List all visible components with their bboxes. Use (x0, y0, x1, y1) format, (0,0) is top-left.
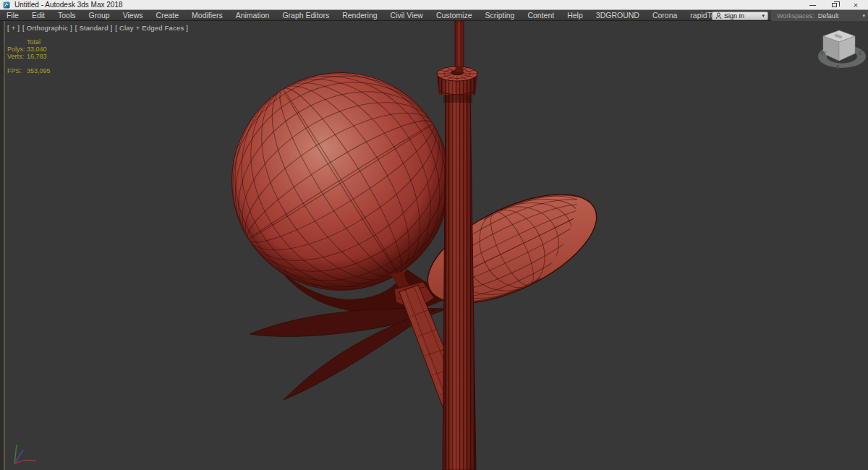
menu-corona[interactable]: Corona (646, 10, 684, 21)
model-rod-top[interactable] (455, 21, 464, 70)
active-viewport-border (4, 21, 5, 470)
viewcube-cube[interactable] (823, 30, 855, 61)
viewport-menu-pov[interactable]: [ Orthographic ] (22, 24, 72, 32)
minimize-icon (809, 5, 816, 6)
viewport-menu-lighting[interactable]: [ Standard ] (75, 24, 113, 32)
stats-header: Total (27, 38, 41, 46)
workspaces-label: Workspaces: (777, 12, 814, 20)
menu-edit[interactable]: Edit (25, 10, 51, 21)
menu-modifiers[interactable]: Modifiers (185, 10, 229, 21)
polys-value: 33,040 (27, 46, 47, 53)
viewcube-letter-south[interactable]: S (836, 64, 840, 69)
menu-3dground[interactable]: 3DGROUND (590, 10, 646, 21)
viewport-menu-shading[interactable]: [ Clay + Edged Faces ] (115, 24, 188, 32)
axis-x-red (14, 461, 36, 463)
viewcube-letter-east[interactable]: E (859, 51, 862, 56)
app-logo-icon (3, 1, 10, 9)
workspaces-value: Default (818, 12, 863, 20)
menu-rendering[interactable]: Rendering (336, 10, 383, 21)
minimize-button[interactable] (801, 0, 823, 10)
menu-animation[interactable]: Animation (229, 10, 276, 21)
fps-value: 353,095 (27, 67, 51, 74)
world-axis-icon (9, 441, 45, 470)
verts-label: Verts: (7, 53, 27, 60)
close-button[interactable]: × (845, 0, 867, 10)
close-icon: × (854, 1, 858, 9)
window-title: Untitled - Autodesk 3ds Max 2018 (14, 0, 123, 10)
menu-content[interactable]: Content (521, 10, 561, 21)
3ds-max-window: Untitled - Autodesk 3ds Max 2018 × File … (0, 0, 868, 470)
menu-graph-editors[interactable]: Graph Editors (276, 10, 336, 21)
window-titlebar: Untitled - Autodesk 3ds Max 2018 × (0, 0, 868, 10)
menu-scripting[interactable]: Scripting (479, 10, 522, 21)
menu-group[interactable]: Group (82, 10, 116, 21)
menu-customize[interactable]: Customize (430, 10, 479, 21)
menu-views[interactable]: Views (116, 10, 150, 21)
statistics-overlay: Total Polys:33,040 Verts:16,783 FPS:353,… (7, 38, 51, 74)
viewcube-letter-west[interactable]: W (821, 51, 826, 56)
verts-value: 16,783 (27, 53, 47, 60)
viewport-label: [ + ] [ Orthographic ] [ Standard ] [ Cl… (7, 24, 188, 32)
sign-in-label: Sign In (724, 12, 760, 20)
fps-label: FPS: (7, 67, 27, 74)
stats-header-row: Total (7, 38, 51, 46)
polys-label: Polys: (7, 46, 27, 53)
model-collar[interactable] (437, 67, 477, 95)
3d-scene[interactable] (0, 21, 868, 470)
menu-civil-view[interactable]: Civil View (384, 10, 430, 21)
viewport[interactable]: [ + ] [ Orthographic ] [ Standard ] [ Cl… (0, 21, 868, 470)
chevron-down-icon: ▾ (862, 13, 865, 18)
chevron-down-icon: ▾ (762, 13, 765, 18)
viewport-menu-general[interactable]: [ + ] (7, 24, 20, 32)
restore-button[interactable] (823, 0, 845, 10)
menu-create[interactable]: Create (150, 10, 186, 21)
sign-in-button[interactable]: Sign In ▾ (712, 12, 768, 20)
menu-tools[interactable]: Tools (51, 10, 82, 21)
window-controls: × (801, 0, 867, 10)
restore-icon (832, 3, 837, 7)
user-icon (715, 12, 722, 20)
menu-bar: File Edit Tools Group Views Create Modif… (0, 10, 868, 21)
stats-verts-row: Verts:16,783 (7, 53, 51, 60)
viewcube[interactable]: W S E (809, 23, 868, 81)
model-pole[interactable] (443, 91, 476, 470)
stats-polys-row: Polys:33,040 (7, 46, 51, 53)
menu-file[interactable]: File (0, 10, 25, 21)
menu-help[interactable]: Help (561, 10, 590, 21)
workspaces-dropdown[interactable]: Workspaces: Default ▾ (771, 10, 868, 21)
stats-fps-row: FPS:353,095 (7, 67, 51, 74)
